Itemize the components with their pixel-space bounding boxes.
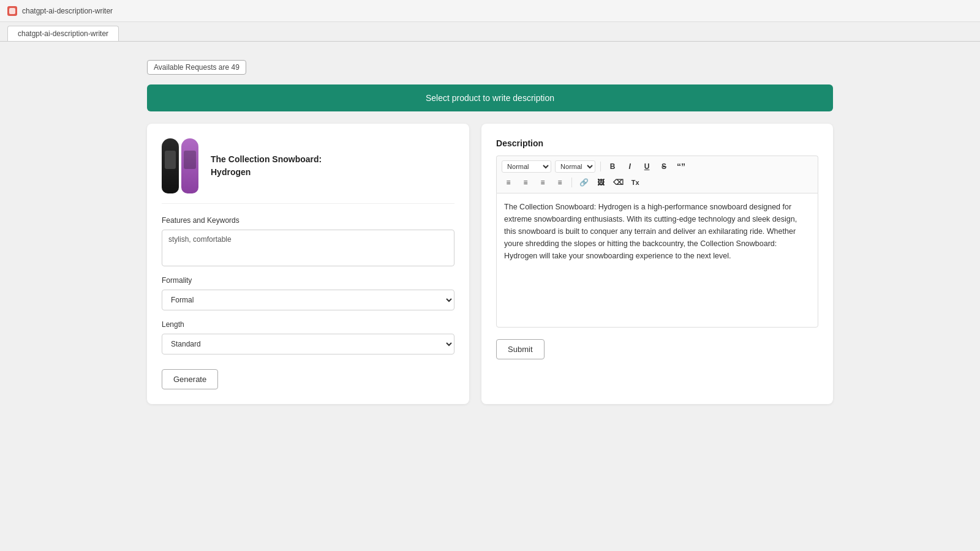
length-group: Length Short Standard Long xyxy=(162,320,454,354)
svg-rect-0 xyxy=(9,8,15,14)
formality-select[interactable]: Formal Informal Neutral xyxy=(162,290,454,310)
toolbar-row-1: Normal Heading 1 Heading 2 Normal Small … xyxy=(502,160,813,173)
clear-format-button[interactable]: Tx xyxy=(628,176,642,189)
list-bullet-button[interactable]: ≡ xyxy=(502,176,515,189)
two-col-layout: The Collection Snowboard: Hydrogen Featu… xyxy=(147,124,833,404)
product-image xyxy=(162,138,198,193)
app-icon xyxy=(7,6,17,16)
description-label: Description xyxy=(496,138,818,148)
titlebar: chatgpt-ai-description-writer xyxy=(0,0,980,22)
product-title: The Collection Snowboard: Hydrogen xyxy=(211,153,322,179)
formality-label: Formality xyxy=(162,276,454,285)
bold-button[interactable]: B xyxy=(606,160,619,173)
left-panel: The Collection Snowboard: Hydrogen Featu… xyxy=(147,124,469,404)
italic-button[interactable]: I xyxy=(623,160,636,173)
strikethrough-button[interactable]: S xyxy=(657,160,671,173)
toolbar-divider-2 xyxy=(571,178,572,187)
requests-badge: Available Requests are 49 xyxy=(147,60,246,75)
toolbar-row-2: ≡ ≡ ≡ ≡ 🔗 🖼 ⌫ Tx xyxy=(502,176,813,189)
main-content: Available Requests are 49 Select product… xyxy=(123,42,858,422)
right-panel: Description Normal Heading 1 Heading 2 N… xyxy=(481,124,833,404)
table-button[interactable]: ⌫ xyxy=(611,176,625,189)
description-textarea[interactable]: The Collection Snowboard: Hydrogen is a … xyxy=(496,193,818,328)
snowboard-purple-img xyxy=(181,138,198,193)
formality-group: Formality Formal Informal Neutral xyxy=(162,276,454,310)
quote-button[interactable]: “” xyxy=(674,160,688,173)
image-button[interactable]: 🖼 xyxy=(594,176,608,189)
length-select[interactable]: Short Standard Long xyxy=(162,334,454,354)
snowboard-black-img xyxy=(162,138,179,193)
generate-button[interactable]: Generate xyxy=(162,369,218,389)
format-select-1[interactable]: Normal Heading 1 Heading 2 xyxy=(502,160,551,173)
toolbar-divider-1 xyxy=(600,162,601,171)
description-toolbar: Normal Heading 1 Heading 2 Normal Small … xyxy=(496,156,818,193)
indent-button[interactable]: ≡ xyxy=(536,176,549,189)
outdent-button[interactable]: ≡ xyxy=(553,176,567,189)
list-number-button[interactable]: ≡ xyxy=(519,176,532,189)
underline-button[interactable]: U xyxy=(640,160,654,173)
product-header: The Collection Snowboard: Hydrogen xyxy=(162,138,454,204)
features-group: Features and Keywords stylish, comfortab… xyxy=(162,216,454,266)
submit-button[interactable]: Submit xyxy=(496,339,544,359)
link-button[interactable]: 🔗 xyxy=(577,176,590,189)
app-title: chatgpt-ai-description-writer xyxy=(22,7,113,15)
length-label: Length xyxy=(162,320,454,329)
tab-bar: chatgpt-ai-description-writer xyxy=(0,22,980,42)
keywords-input[interactable]: stylish, comfortable xyxy=(162,230,454,266)
select-banner: Select product to write description xyxy=(147,84,833,111)
features-label: Features and Keywords xyxy=(162,216,454,225)
format-select-2[interactable]: Normal Small Large xyxy=(555,160,595,173)
active-tab[interactable]: chatgpt-ai-description-writer xyxy=(7,26,119,41)
